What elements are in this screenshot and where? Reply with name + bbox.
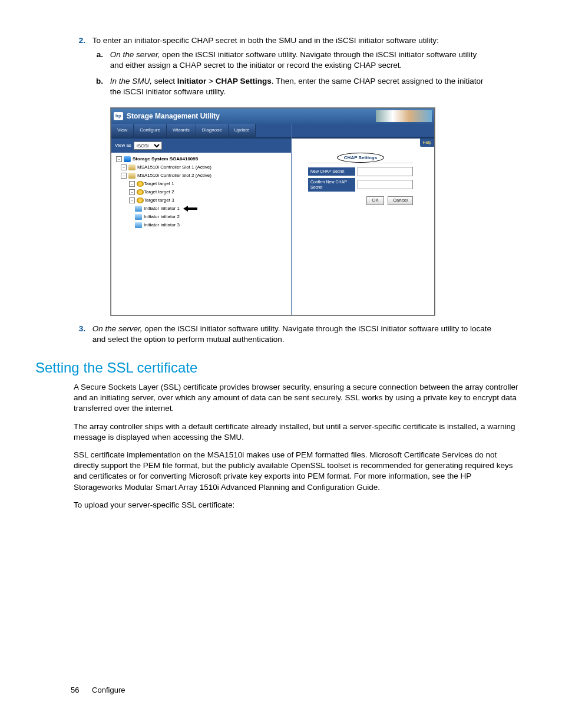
help-link[interactable]: Help	[420, 139, 434, 146]
step-2b-text: In the SMU, select Initiator > CHAP Sett…	[110, 76, 487, 97]
collapse-icon[interactable]: −	[129, 189, 135, 195]
target-icon	[137, 197, 144, 203]
confirm-chap-input[interactable]	[358, 180, 413, 189]
footer-section: Configure	[92, 686, 125, 694]
tree-initiator-1[interactable]: Initiator initiator 1	[116, 205, 289, 213]
section-heading-ssl: Setting the SSL certificate	[35, 358, 527, 377]
new-chap-input[interactable]	[358, 167, 413, 176]
tree-ctrl2-label: MSA1510i Controller Slot 2 (Active)	[137, 173, 211, 179]
initiator-icon	[135, 222, 142, 228]
step-2-text: To enter an initiator-specific CHAP secr…	[92, 35, 493, 46]
collapse-icon[interactable]: −	[121, 164, 127, 170]
view-as-bar: View as iSCSI	[111, 139, 291, 153]
panel-heading: CHAP Settings	[308, 155, 413, 163]
new-chap-label: New CHAP Secret	[308, 167, 355, 175]
initiator-icon	[135, 214, 142, 220]
tab-update[interactable]: Update	[229, 124, 256, 137]
collapse-icon[interactable]: −	[116, 156, 122, 162]
controller-icon	[128, 173, 135, 179]
tab-wizards[interactable]: Wizards	[167, 124, 196, 137]
header-photo	[376, 110, 432, 122]
view-as-label: View as	[115, 143, 131, 149]
ssl-para-2: The array controller ships with a defaul…	[74, 421, 521, 443]
footer-page-number: 56	[71, 686, 79, 694]
storage-system-icon	[124, 156, 131, 162]
collapse-icon[interactable]: −	[129, 181, 135, 187]
controller-icon	[128, 164, 135, 170]
step-3-lead: On the server,	[92, 324, 143, 333]
tree-tgt1-label: Target target 1	[144, 181, 174, 187]
ssl-para-1: A Secure Sockets Layer (SSL) certificate…	[74, 382, 521, 414]
page-footer: 56 Configure	[71, 685, 125, 696]
new-chap-row: New CHAP Secret	[308, 167, 413, 176]
collapse-icon[interactable]: −	[129, 197, 135, 203]
ssl-para-4: To upload your server-specific SSL certi…	[74, 500, 521, 510]
smu-right-nav-spacer	[292, 124, 434, 139]
step-letter-b: b.	[91, 76, 103, 87]
step-2b-lead: In the SMU,	[110, 77, 152, 85]
tree-controller-2[interactable]: − MSA1510i Controller Slot 2 (Active)	[116, 172, 289, 180]
tree-tgt3-label: Target target 3	[144, 197, 174, 204]
step-3-text: On the server, open the iSCSI initiator …	[92, 324, 493, 345]
tab-view[interactable]: View	[111, 124, 134, 137]
tree-tgt2-label: Target target 2	[144, 189, 174, 196]
tree-init3-label: Initiator initiator 3	[144, 222, 180, 229]
step-2a-lead: On the server,	[110, 50, 160, 59]
smu-screenshot: hp Storage Management Utility View Confi…	[111, 108, 435, 315]
step-2a-body: open the iSCSI initiator software utilit…	[110, 50, 477, 70]
smu-right-pane: Help CHAP Settings New CHAP Secret Confi…	[292, 124, 434, 315]
collapse-icon[interactable]: −	[121, 173, 127, 179]
hp-logo-icon: hp	[114, 112, 123, 120]
smu-nav-tabs: View Configure Wizards Diagnose Update	[111, 124, 291, 139]
target-icon	[137, 181, 144, 187]
tree-target-3[interactable]: − Target target 3	[116, 196, 289, 205]
tree-init2-label: Initiator initiator 2	[144, 214, 180, 220]
panel-heading-text: CHAP Settings	[344, 155, 377, 160]
cancel-button[interactable]: Cancel	[388, 196, 413, 205]
step-2b-bold1: Initiator	[177, 77, 207, 85]
tree-target-1[interactable]: − Target target 1	[116, 180, 289, 188]
step-2a-text: On the server, open the iSCSI initiator …	[110, 50, 487, 71]
device-tree: − Storage System SGA0410095 − MSA1510i C…	[111, 153, 291, 315]
ok-button[interactable]: OK	[366, 196, 384, 205]
confirm-chap-row: Confirm New CHAP Secret	[308, 178, 413, 192]
tree-controller-1[interactable]: − MSA1510i Controller Slot 1 (Active)	[116, 163, 289, 172]
initiator-icon	[135, 206, 142, 212]
tree-initiator-2[interactable]: Initiator initiator 2	[116, 213, 289, 221]
smu-left-pane: View Configure Wizards Diagnose Update V…	[111, 124, 292, 315]
tree-init1-label: Initiator initiator 1	[144, 206, 180, 212]
confirm-chap-label: Confirm New CHAP Secret	[308, 178, 355, 192]
tab-diagnose[interactable]: Diagnose	[196, 124, 229, 137]
step-2b-bold2: CHAP Settings	[216, 77, 272, 85]
tree-initiator-3[interactable]: Initiator initiator 3	[116, 221, 289, 229]
smu-titlebar: hp Storage Management Utility	[111, 108, 434, 124]
step-2b-plain1: select	[152, 77, 177, 85]
step-2b-gt: >	[206, 77, 215, 85]
tree-root-label: Storage System SGA0410095	[133, 156, 198, 163]
step-number-2: 2.	[68, 35, 85, 46]
ssl-para-3: SSL certificate implementation on the MS…	[74, 450, 521, 493]
view-as-select[interactable]: iSCSI	[134, 141, 162, 150]
tree-target-2[interactable]: − Target target 2	[116, 188, 289, 196]
step-number-3: 3.	[68, 324, 85, 334]
tab-configure[interactable]: Configure	[134, 124, 167, 137]
smu-title: Storage Management Utility	[127, 111, 220, 121]
step-letter-a: a.	[91, 50, 103, 60]
step-3-rest: open the iSCSI initiator software utilit…	[92, 324, 491, 344]
svg-marker-0	[183, 206, 197, 212]
chap-settings-panel: CHAP Settings New CHAP Secret Confirm Ne…	[308, 155, 413, 205]
tree-root[interactable]: − Storage System SGA0410095	[116, 155, 289, 163]
callout-arrow-icon	[183, 206, 197, 212]
target-icon	[137, 189, 144, 195]
panel-button-row: OK Cancel	[308, 196, 413, 205]
tree-ctrl1-label: MSA1510i Controller Slot 1 (Active)	[137, 164, 211, 171]
